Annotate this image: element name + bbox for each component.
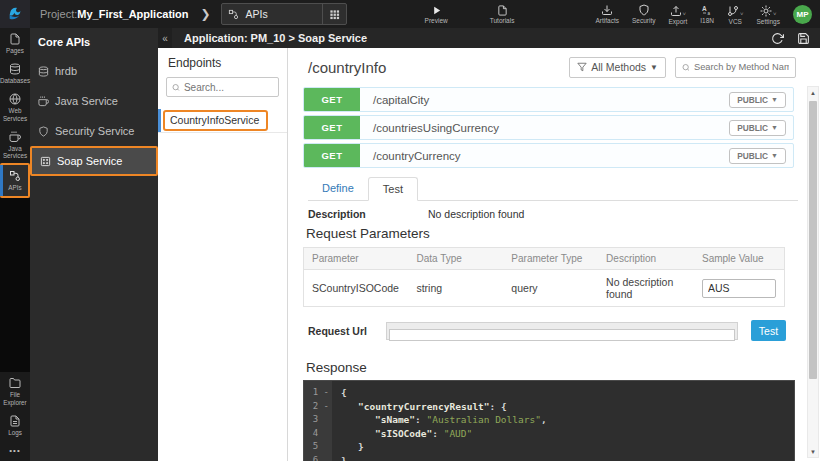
- workspace-selector-label: APIs: [246, 8, 268, 20]
- method-access-dropdown[interactable]: PUBLIC ▼: [729, 148, 786, 164]
- git-branch-icon: [727, 5, 739, 17]
- line-number[interactable]: 4: [304, 427, 329, 441]
- test-button[interactable]: Test: [751, 320, 786, 341]
- export-button[interactable]: ˅ Export: [668, 4, 687, 25]
- tutorials-label: Tutorials: [490, 17, 515, 24]
- user-avatar[interactable]: MP: [793, 5, 812, 24]
- code-line[interactable]: "sName": "Australian Dollars",: [341, 413, 794, 427]
- translate-icon: A a: [701, 4, 713, 16]
- method-badge[interactable]: GET: [304, 116, 360, 139]
- core-api-item-soap-service[interactable]: Soap Service: [30, 146, 158, 176]
- method-search-input[interactable]: [694, 62, 789, 72]
- scrollbar-thumb[interactable]: [809, 101, 817, 379]
- method-badge[interactable]: GET: [304, 144, 360, 167]
- upload-icon: [670, 5, 682, 17]
- refresh-icon[interactable]: [771, 32, 784, 45]
- settings-button[interactable]: ˅ Settings: [757, 4, 781, 25]
- core-api-item-label: Security Service: [55, 125, 134, 137]
- vertical-scrollbar[interactable]: ▲ ▼: [807, 86, 819, 458]
- preview-label: Preview: [425, 17, 448, 24]
- table-row: SCountryISOCode string query No descript…: [304, 270, 785, 307]
- method-path: /countriesUsingCurrency: [373, 122, 499, 134]
- tutorials-button[interactable]: Tutorials: [490, 5, 515, 24]
- artifacts-button[interactable]: Artifacts: [595, 4, 618, 24]
- database-icon: [9, 63, 21, 75]
- sidebar-item-logs[interactable]: Logs: [0, 410, 30, 440]
- download-icon: [601, 4, 613, 16]
- endpoints-panel: Endpoints CountryInfoService: [158, 48, 288, 461]
- core-api-item-java-service[interactable]: Java Service: [30, 86, 158, 116]
- code-line[interactable]: "sISOCode": "AUD": [341, 427, 794, 441]
- scroll-down-icon[interactable]: ▼: [808, 446, 818, 457]
- sidebar-item-apis[interactable]: APIs: [0, 163, 30, 197]
- method-path: /countryCurrency: [373, 150, 461, 162]
- more-icon[interactable]: •••: [0, 440, 30, 459]
- endpoints-search[interactable]: [166, 77, 279, 97]
- code-token: :: [432, 428, 443, 439]
- chevron-down-icon: ˅: [683, 11, 687, 17]
- folder-icon: [9, 377, 21, 389]
- code-token: }: [358, 441, 364, 452]
- topbar-actions: Artifacts Security ˅ Export A: [595, 4, 812, 25]
- response-code-editor[interactable]: 1 -2 -3 4 5 6 {"countryCurrencyResult": …: [303, 380, 795, 461]
- endpoint-item-countryinfoservice[interactable]: CountryInfoService: [158, 109, 287, 133]
- core-api-item-security-service[interactable]: Security Service: [30, 116, 158, 146]
- chevron-down-icon: ˅: [740, 11, 744, 17]
- code-line[interactable]: }: [341, 440, 794, 454]
- api-method-row[interactable]: GET /capitalCity PUBLIC ▼: [303, 87, 794, 112]
- tab-test[interactable]: Test: [368, 177, 418, 201]
- api-method-row[interactable]: GET /countriesUsingCurrency PUBLIC ▼: [303, 115, 794, 140]
- left-navigation-strip: Pages Databases Web Services: [0, 28, 30, 461]
- sidebar-item-label: Java Services: [0, 145, 30, 159]
- sidebar-item-label: Databases: [0, 77, 30, 84]
- line-number[interactable]: 5: [304, 440, 329, 454]
- preview-button[interactable]: Preview: [425, 5, 448, 24]
- collapse-panel-icon[interactable]: «: [158, 28, 172, 48]
- chevron-down-icon: ▼: [771, 124, 778, 131]
- sidebar-item-web-services[interactable]: Web Services: [0, 88, 30, 125]
- method-search[interactable]: [675, 57, 796, 78]
- vcs-button[interactable]: ˅ VCS: [727, 4, 744, 25]
- endpoints-search-input[interactable]: [184, 82, 273, 93]
- sample-value-input[interactable]: [702, 279, 776, 298]
- tab-define[interactable]: Define: [308, 177, 368, 200]
- sidebar-item-file-explorer[interactable]: File Explorer: [0, 372, 30, 409]
- i18n-button[interactable]: A a I18N: [700, 4, 714, 24]
- line-number[interactable]: 1 -: [304, 386, 329, 400]
- wavemaker-logo[interactable]: [0, 0, 30, 28]
- project-name[interactable]: My_First_Application: [77, 8, 188, 20]
- security-button[interactable]: Security: [632, 4, 655, 24]
- column-header: Sample Value: [694, 248, 785, 270]
- line-number[interactable]: 6: [304, 454, 329, 461]
- methods-filter-dropdown[interactable]: All Methods ▼: [569, 57, 666, 78]
- apps-grid-icon[interactable]: [322, 4, 340, 24]
- code-line[interactable]: {: [341, 386, 794, 400]
- param-datatype-cell: string: [408, 270, 503, 307]
- request-url-input[interactable]: [389, 329, 735, 341]
- settings-label: Settings: [757, 18, 781, 25]
- workspace-selector[interactable]: APIs: [221, 3, 347, 25]
- scroll-up-icon[interactable]: ▲: [808, 87, 818, 98]
- save-icon[interactable]: [797, 32, 810, 45]
- code-line[interactable]: }: [341, 454, 794, 461]
- code-key-token: "sISOCode": [375, 428, 432, 439]
- gear-icon: [760, 5, 772, 17]
- api-icon: [228, 9, 239, 20]
- page-icon: [9, 33, 21, 45]
- code-line[interactable]: "countryCurrencyResult": {: [341, 400, 794, 414]
- line-number[interactable]: 3: [304, 413, 329, 427]
- method-access-label: PUBLIC: [737, 95, 768, 105]
- line-number[interactable]: 2 -: [304, 400, 329, 414]
- method-badge[interactable]: GET: [304, 88, 360, 111]
- api-method-row[interactable]: GET /countryCurrency PUBLIC ▼: [303, 143, 794, 168]
- param-type-cell: query: [503, 270, 598, 307]
- method-access-dropdown[interactable]: PUBLIC ▼: [729, 120, 786, 136]
- sidebar-item-java-services[interactable]: Java Services: [0, 126, 30, 163]
- sidebar-item-pages[interactable]: Pages: [0, 28, 30, 58]
- method-access-dropdown[interactable]: PUBLIC ▼: [729, 92, 786, 108]
- request-parameters-title: Request Parameters: [306, 226, 820, 241]
- core-api-item-hrdb[interactable]: hrdb: [30, 56, 158, 86]
- i18n-label: I18N: [700, 17, 714, 24]
- sidebar-item-databases[interactable]: Databases: [0, 58, 30, 88]
- code-gutter: 1 -2 -3 4 5 6: [304, 381, 332, 461]
